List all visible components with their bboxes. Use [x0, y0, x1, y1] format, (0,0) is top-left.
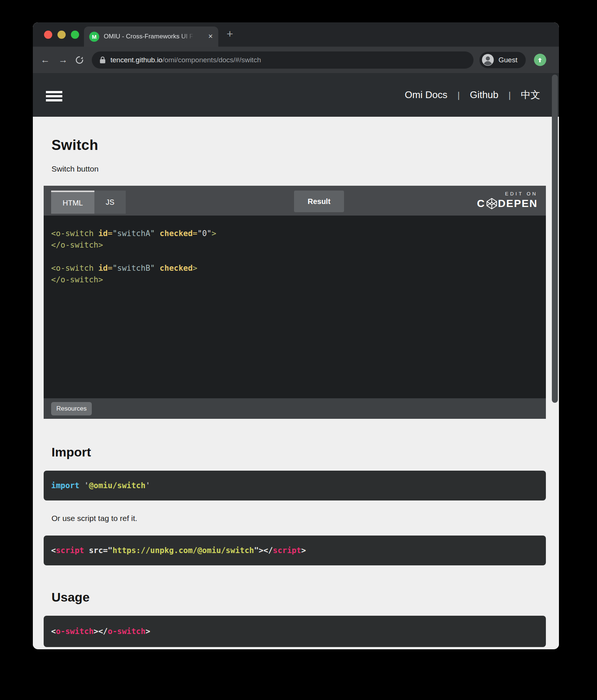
resources-button[interactable]: Resources [51, 402, 92, 415]
new-tab-button[interactable]: + [224, 28, 236, 40]
forward-button[interactable]: → [57, 54, 69, 65]
tab-close-icon[interactable]: ✕ [208, 34, 213, 40]
hamburger-icon [46, 91, 62, 93]
url-host: tencent.github.io [110, 56, 162, 64]
usage-heading: Usage [44, 565, 546, 605]
zoom-window-button[interactable] [71, 31, 79, 39]
omi-favicon-icon: M [89, 32, 99, 42]
update-extension-button[interactable] [534, 54, 546, 66]
edit-on-codepen-link[interactable]: EDIT ON C DEPEN [477, 191, 538, 210]
reload-icon [75, 55, 84, 65]
import-code-block: import '@omiu/switch' [44, 471, 546, 500]
avatar-icon [482, 54, 494, 66]
lock-icon [99, 56, 106, 64]
arrow-up-icon [537, 57, 543, 63]
codepen-embed-header: HTML JS Result EDIT ON C [44, 186, 546, 216]
nav-separator: | [509, 90, 511, 100]
browser-tab[interactable]: M OMIU - Cross-Frameworks UI F ✕ [84, 26, 218, 47]
reload-button[interactable] [75, 55, 84, 65]
profile-name: Guest [498, 56, 518, 64]
minimize-window-button[interactable] [57, 31, 66, 39]
nav-link-omi-docs[interactable]: Omi Docs [405, 89, 447, 101]
doc-content: Switch Switch button HTML JS Result EDIT… [33, 117, 559, 647]
browser-toolbar: ← → tencent.github.io/omi/components/doc… [33, 47, 559, 73]
traffic-lights [44, 31, 79, 39]
back-button[interactable]: ← [40, 54, 51, 65]
result-button[interactable]: Result [294, 191, 344, 212]
script-code-block: <script src="https://unpkg.com/@omiu/swi… [44, 536, 546, 565]
edit-on-label: EDIT ON [505, 191, 538, 197]
script-note: Or use script tag to ref it. [44, 500, 546, 523]
tab-js[interactable]: JS [94, 191, 126, 214]
html-code-editor[interactable]: <o-switch id="switchA" checked="0"></o-s… [44, 216, 546, 398]
tab-title: OMIU - Cross-Frameworks UI F [104, 33, 194, 40]
scrollbar-thumb[interactable] [552, 75, 558, 403]
menu-button[interactable] [46, 91, 62, 101]
page-subtitle: Switch button [44, 153, 546, 173]
codepen-embed-footer: Resources [44, 398, 546, 419]
browser-tab-strip: M OMIU - Cross-Frameworks UI F ✕ + [33, 22, 559, 47]
codepen-tabs: HTML JS [51, 191, 126, 214]
browser-window: M OMIU - Cross-Frameworks UI F ✕ + ← → t… [33, 22, 559, 649]
nav-link-chinese[interactable]: 中文 [521, 88, 540, 101]
close-window-button[interactable] [44, 31, 52, 39]
nav-separator: | [457, 90, 460, 100]
codepen-embed: HTML JS Result EDIT ON C [44, 186, 546, 419]
address-bar[interactable]: tencent.github.io/omi/components/docs/#/… [92, 51, 473, 69]
url-path: /omi/components/docs/#/switch [162, 56, 261, 64]
nav-link-github[interactable]: Github [470, 89, 498, 101]
site-nav: Omi Docs | Github | 中文 [405, 73, 540, 117]
site-header: Omi Docs | Github | 中文 [33, 73, 559, 117]
import-heading: Import [44, 419, 546, 459]
url-text: tencent.github.io/omi/components/docs/#/… [110, 56, 261, 64]
usage-code-block: <o-switch></o-switch> [44, 616, 546, 647]
tab-html[interactable]: HTML [51, 191, 94, 214]
page-title: Switch [44, 117, 546, 153]
profile-button[interactable]: Guest [479, 52, 526, 68]
codepen-logo-icon [486, 198, 497, 210]
codepen-wordmark: C DEPEN [477, 198, 538, 210]
